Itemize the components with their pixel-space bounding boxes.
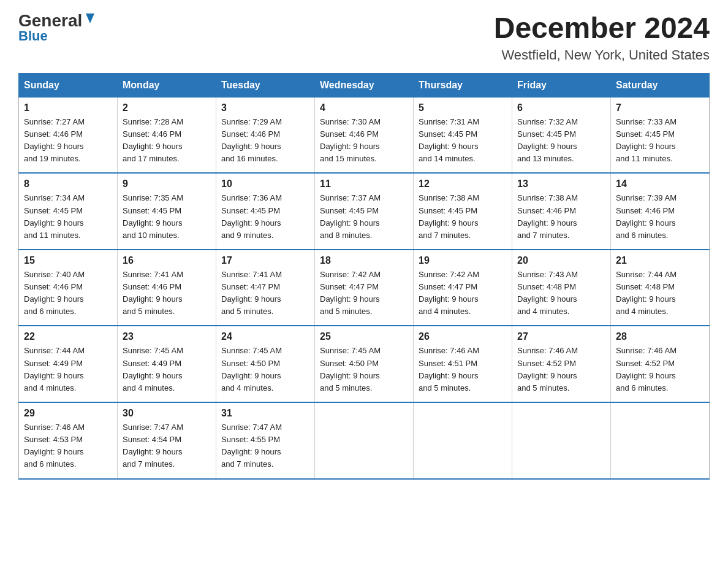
day-info: Sunrise: 7:45 AMSunset: 4:50 PMDaylight:… (320, 345, 408, 394)
calendar-cell: 1 Sunrise: 7:27 AMSunset: 4:46 PMDayligh… (19, 97, 118, 173)
calendar-cell (611, 402, 710, 479)
calendar-cell: 11 Sunrise: 7:37 AMSunset: 4:45 PMDaylig… (315, 173, 414, 250)
day-info: Sunrise: 7:31 AMSunset: 4:45 PMDaylight:… (419, 116, 507, 166)
day-info: Sunrise: 7:41 AMSunset: 4:46 PMDaylight:… (123, 269, 211, 318)
calendar-cell: 8 Sunrise: 7:34 AMSunset: 4:45 PMDayligh… (19, 173, 118, 250)
header-saturday: Saturday (611, 73, 710, 97)
logo: General Blue (18, 12, 97, 44)
header-monday: Monday (118, 73, 216, 97)
calendar-body: 1 Sunrise: 7:27 AMSunset: 4:46 PMDayligh… (19, 97, 710, 478)
day-info: Sunrise: 7:44 AMSunset: 4:48 PMDaylight:… (616, 269, 704, 318)
calendar-cell: 26 Sunrise: 7:46 AMSunset: 4:51 PMDaylig… (414, 326, 512, 402)
day-info: Sunrise: 7:42 AMSunset: 4:47 PMDaylight:… (320, 269, 408, 318)
calendar-cell: 12 Sunrise: 7:38 AMSunset: 4:45 PMDaylig… (414, 173, 512, 250)
day-number: 26 (419, 331, 507, 342)
day-number: 20 (517, 255, 605, 266)
calendar-cell: 19 Sunrise: 7:42 AMSunset: 4:47 PMDaylig… (414, 250, 512, 326)
location-title: Westfield, New York, United States (494, 47, 710, 63)
week-row-2: 8 Sunrise: 7:34 AMSunset: 4:45 PMDayligh… (19, 173, 710, 250)
day-info: Sunrise: 7:32 AMSunset: 4:45 PMDaylight:… (517, 116, 605, 166)
day-info: Sunrise: 7:36 AMSunset: 4:45 PMDaylight:… (221, 192, 309, 242)
month-title: December 2024 (494, 12, 710, 45)
day-info: Sunrise: 7:45 AMSunset: 4:50 PMDaylight:… (221, 345, 309, 394)
day-info: Sunrise: 7:29 AMSunset: 4:46 PMDaylight:… (221, 116, 309, 166)
svg-marker-0 (86, 13, 94, 23)
day-number: 11 (320, 178, 408, 190)
day-info: Sunrise: 7:45 AMSunset: 4:49 PMDaylight:… (123, 345, 211, 394)
week-row-1: 1 Sunrise: 7:27 AMSunset: 4:46 PMDayligh… (19, 97, 710, 173)
day-info: Sunrise: 7:34 AMSunset: 4:45 PMDaylight:… (24, 192, 112, 242)
calendar-cell: 30 Sunrise: 7:47 AMSunset: 4:54 PMDaylig… (118, 402, 216, 479)
day-number: 10 (221, 178, 309, 190)
calendar-cell: 3 Sunrise: 7:29 AMSunset: 4:46 PMDayligh… (216, 97, 315, 173)
day-number: 4 (320, 102, 408, 113)
header-thursday: Thursday (414, 73, 512, 97)
day-number: 30 (123, 408, 211, 419)
day-number: 16 (123, 255, 211, 266)
logo-blue: Blue (18, 28, 48, 44)
day-number: 1 (24, 102, 112, 113)
header-tuesday: Tuesday (216, 73, 315, 97)
day-number: 2 (123, 102, 211, 113)
day-number: 29 (24, 408, 112, 419)
calendar-cell (512, 402, 611, 479)
day-info: Sunrise: 7:37 AMSunset: 4:45 PMDaylight:… (320, 192, 408, 242)
title-area: December 2024 Westfield, New York, Unite… (494, 12, 710, 63)
calendar-cell: 22 Sunrise: 7:44 AMSunset: 4:49 PMDaylig… (19, 326, 118, 402)
day-info: Sunrise: 7:38 AMSunset: 4:45 PMDaylight:… (419, 192, 507, 242)
calendar-cell: 9 Sunrise: 7:35 AMSunset: 4:45 PMDayligh… (118, 173, 216, 250)
day-info: Sunrise: 7:28 AMSunset: 4:46 PMDaylight:… (123, 116, 211, 166)
day-info: Sunrise: 7:47 AMSunset: 4:54 PMDaylight:… (123, 421, 211, 471)
day-info: Sunrise: 7:38 AMSunset: 4:46 PMDaylight:… (517, 192, 605, 242)
calendar-cell: 2 Sunrise: 7:28 AMSunset: 4:46 PMDayligh… (118, 97, 216, 173)
calendar-cell: 5 Sunrise: 7:31 AMSunset: 4:45 PMDayligh… (414, 97, 512, 173)
calendar-cell: 13 Sunrise: 7:38 AMSunset: 4:46 PMDaylig… (512, 173, 611, 250)
day-number: 6 (517, 102, 605, 113)
day-number: 23 (123, 331, 211, 342)
day-info: Sunrise: 7:30 AMSunset: 4:46 PMDaylight:… (320, 116, 408, 166)
day-number: 13 (517, 178, 605, 190)
logo-general: General (18, 12, 82, 29)
calendar-header: SundayMondayTuesdayWednesdayThursdayFrid… (19, 73, 710, 97)
calendar-cell: 14 Sunrise: 7:39 AMSunset: 4:46 PMDaylig… (611, 173, 710, 250)
week-row-4: 22 Sunrise: 7:44 AMSunset: 4:49 PMDaylig… (19, 326, 710, 402)
day-number: 22 (24, 331, 112, 342)
calendar-cell: 24 Sunrise: 7:45 AMSunset: 4:50 PMDaylig… (216, 326, 315, 402)
day-info: Sunrise: 7:46 AMSunset: 4:51 PMDaylight:… (419, 345, 507, 394)
day-info: Sunrise: 7:43 AMSunset: 4:48 PMDaylight:… (517, 269, 605, 318)
day-info: Sunrise: 7:27 AMSunset: 4:46 PMDaylight:… (24, 116, 112, 166)
calendar-cell: 17 Sunrise: 7:41 AMSunset: 4:47 PMDaylig… (216, 250, 315, 326)
day-info: Sunrise: 7:47 AMSunset: 4:55 PMDaylight:… (221, 421, 309, 471)
day-number: 8 (24, 178, 112, 190)
day-number: 24 (221, 331, 309, 342)
day-number: 14 (616, 178, 704, 190)
day-info: Sunrise: 7:44 AMSunset: 4:49 PMDaylight:… (24, 345, 112, 394)
calendar-cell: 7 Sunrise: 7:33 AMSunset: 4:45 PMDayligh… (611, 97, 710, 173)
calendar-cell: 27 Sunrise: 7:46 AMSunset: 4:52 PMDaylig… (512, 326, 611, 402)
header-sunday: Sunday (19, 73, 118, 97)
calendar-cell: 20 Sunrise: 7:43 AMSunset: 4:48 PMDaylig… (512, 250, 611, 326)
calendar-cell: 4 Sunrise: 7:30 AMSunset: 4:46 PMDayligh… (315, 97, 414, 173)
calendar-cell: 28 Sunrise: 7:46 AMSunset: 4:52 PMDaylig… (611, 326, 710, 402)
calendar-cell: 15 Sunrise: 7:40 AMSunset: 4:46 PMDaylig… (19, 250, 118, 326)
day-number: 7 (616, 102, 704, 113)
day-number: 3 (221, 102, 309, 113)
calendar-cell: 21 Sunrise: 7:44 AMSunset: 4:48 PMDaylig… (611, 250, 710, 326)
day-number: 19 (419, 255, 507, 266)
day-number: 18 (320, 255, 408, 266)
day-number: 17 (221, 255, 309, 266)
day-number: 28 (616, 331, 704, 342)
day-number: 25 (320, 331, 408, 342)
day-info: Sunrise: 7:46 AMSunset: 4:53 PMDaylight:… (24, 421, 112, 471)
day-info: Sunrise: 7:33 AMSunset: 4:45 PMDaylight:… (616, 116, 704, 166)
week-row-5: 29 Sunrise: 7:46 AMSunset: 4:53 PMDaylig… (19, 402, 710, 479)
day-number: 21 (616, 255, 704, 266)
calendar-cell: 29 Sunrise: 7:46 AMSunset: 4:53 PMDaylig… (19, 402, 118, 479)
logo-arrow-icon (83, 12, 97, 26)
page-header: General Blue December 2024 Westfield, Ne… (18, 12, 710, 63)
day-info: Sunrise: 7:41 AMSunset: 4:47 PMDaylight:… (221, 269, 309, 318)
day-number: 9 (123, 178, 211, 190)
day-info: Sunrise: 7:40 AMSunset: 4:46 PMDaylight:… (24, 269, 112, 318)
calendar-cell: 25 Sunrise: 7:45 AMSunset: 4:50 PMDaylig… (315, 326, 414, 402)
day-number: 12 (419, 178, 507, 190)
